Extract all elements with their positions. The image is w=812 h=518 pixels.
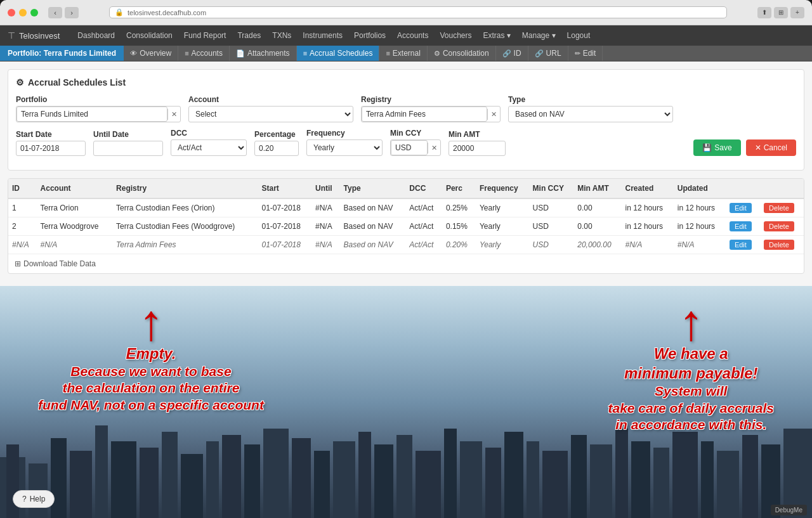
- tab-overview[interactable]: 👁 Overview: [124, 46, 178, 61]
- until-date-label: Until Date: [93, 130, 163, 139]
- percentage-input[interactable]: [254, 141, 299, 156]
- nav-txns[interactable]: TXNs: [267, 29, 296, 42]
- registry-clear-button[interactable]: ✕: [487, 109, 500, 120]
- cell-perc: 0.25%: [442, 198, 476, 217]
- minimize-button[interactable]: [19, 9, 27, 16]
- nav-dashboard[interactable]: Dashboard: [72, 29, 120, 42]
- account-select[interactable]: Select: [188, 106, 353, 122]
- arrow-up-left: ↑: [38, 305, 264, 340]
- nav-manage[interactable]: Manage ▾: [517, 29, 561, 42]
- nav-vouchers[interactable]: Vouchers: [435, 29, 476, 42]
- accrual-icon: ≡: [303, 49, 307, 57]
- cell-account: Terra Woodgrove: [37, 217, 113, 236]
- tab-id[interactable]: 🔗 ID: [496, 46, 528, 61]
- maximize-button[interactable]: [30, 9, 38, 16]
- start-date-label: Start Date: [16, 130, 86, 139]
- cell-delete-btn: Delete: [760, 236, 804, 254]
- cell-frequency: Yearly: [476, 217, 529, 236]
- nav-trades[interactable]: Trades: [232, 29, 266, 42]
- delete-button-1[interactable]: Delete: [764, 203, 794, 213]
- svg-rect-27: [571, 435, 587, 518]
- portfolio-clear-button[interactable]: ✕: [167, 109, 180, 120]
- id-icon: 🔗: [502, 49, 511, 58]
- svg-rect-14: [292, 438, 311, 518]
- cell-id: 2: [8, 217, 37, 236]
- table-row: 1 Terra Orion Terra Custodian Fees (Orio…: [8, 198, 804, 217]
- cell-delete-btn: Delete: [760, 198, 804, 217]
- delete-button-2[interactable]: Delete: [764, 221, 794, 231]
- until-date-group: Until Date: [93, 130, 163, 156]
- frequency-select[interactable]: Yearly: [306, 139, 383, 156]
- close-button[interactable]: [8, 9, 15, 16]
- cell-edit-btn: Edit: [726, 217, 760, 236]
- portfolio-input[interactable]: [16, 107, 167, 122]
- url-bar[interactable]: 🔒 telosinvest.decafhub.com: [109, 6, 727, 18]
- lock-icon: 🔒: [115, 8, 124, 16]
- svg-rect-34: [717, 451, 739, 518]
- svg-rect-17: [358, 432, 371, 518]
- cell-delete-btn: Delete: [760, 217, 804, 236]
- nav-consolidation[interactable]: Consolidation: [121, 29, 178, 42]
- dcc-select[interactable]: Act/Act: [171, 139, 247, 156]
- min-ccy-input[interactable]: [391, 140, 428, 155]
- edit-button-2[interactable]: Edit: [730, 221, 752, 231]
- cell-type: Based on NAV: [340, 236, 406, 254]
- new-tab-button[interactable]: ⊞: [774, 7, 788, 18]
- type-group: Type Based on NAV: [508, 95, 673, 122]
- annotation-left: ↑ Empty. Because we want to basethe calc…: [38, 305, 264, 413]
- cancel-button[interactable]: ✕ Cancel: [746, 139, 796, 156]
- cell-min-amt: 20,000.00: [573, 236, 621, 254]
- tab-accrual-schedules[interactable]: ≡ Accrual Schedules: [297, 46, 380, 61]
- download-link[interactable]: ⊞ Download Table Data: [8, 254, 804, 273]
- svg-rect-7: [140, 448, 159, 518]
- logo-text: Telosinvest: [19, 31, 60, 41]
- min-amt-label: Min AMT: [449, 130, 506, 139]
- cell-created: #N/A: [622, 236, 674, 254]
- nav-extras[interactable]: Extras ▾: [478, 29, 516, 42]
- account-label: Account: [188, 95, 353, 104]
- cell-dcc: Act/Act: [405, 236, 442, 254]
- cell-id: #N/A: [8, 236, 37, 254]
- forward-button[interactable]: ›: [65, 7, 79, 18]
- svg-rect-20: [416, 451, 441, 518]
- svg-rect-22: [460, 441, 482, 518]
- min-ccy-clear-button[interactable]: ✕: [428, 143, 440, 153]
- tab-external[interactable]: ≡ External: [379, 46, 427, 61]
- tab-accounts[interactable]: ≡ Accounts: [178, 46, 230, 61]
- debug-badge: DebugMe: [771, 505, 807, 515]
- share-button[interactable]: ⬆: [757, 7, 771, 18]
- registry-input[interactable]: [362, 107, 487, 122]
- add-button[interactable]: +: [790, 7, 804, 18]
- frequency-label: Frequency: [306, 129, 383, 138]
- tab-edit[interactable]: ✏ Edit: [568, 46, 603, 61]
- cell-account: Terra Orion: [37, 198, 113, 217]
- svg-rect-35: [742, 435, 758, 518]
- edit-button-3[interactable]: Edit: [730, 240, 752, 250]
- back-button[interactable]: ‹: [48, 7, 62, 18]
- type-select[interactable]: Based on NAV: [508, 106, 673, 122]
- cell-created: in 12 hours: [622, 217, 674, 236]
- svg-rect-25: [527, 441, 539, 518]
- edit-button-1[interactable]: Edit: [730, 203, 752, 213]
- cell-id: 1: [8, 198, 37, 217]
- nav-accounts[interactable]: Accounts: [392, 29, 433, 42]
- tab-url[interactable]: 🔗 URL: [528, 46, 568, 61]
- col-account: Account: [37, 179, 113, 198]
- cell-perc: 0.15%: [442, 217, 476, 236]
- svg-rect-24: [504, 432, 523, 518]
- start-date-input[interactable]: [16, 141, 86, 156]
- tab-attachments[interactable]: 📄 Attachments: [230, 46, 297, 61]
- save-button[interactable]: 💾 Save: [693, 139, 740, 156]
- until-date-input[interactable]: [93, 141, 163, 156]
- nav-portfolios[interactable]: Portfolios: [349, 29, 391, 42]
- nav-fund-report[interactable]: Fund Report: [179, 29, 232, 42]
- table-row: 2 Terra Woodgrove Terra Custodian Fees (…: [8, 217, 804, 236]
- svg-rect-5: [95, 425, 108, 518]
- min-amt-input[interactable]: [449, 141, 506, 156]
- help-button[interactable]: ? Help: [13, 490, 55, 508]
- tab-consolidation[interactable]: ⚙ Consolidation: [428, 46, 496, 61]
- delete-button-3[interactable]: Delete: [764, 240, 794, 250]
- top-nav: ⊤ Telosinvest Dashboard Consolidation Fu…: [0, 25, 812, 46]
- nav-logout[interactable]: Logout: [562, 29, 596, 42]
- nav-instruments[interactable]: Instruments: [298, 29, 348, 42]
